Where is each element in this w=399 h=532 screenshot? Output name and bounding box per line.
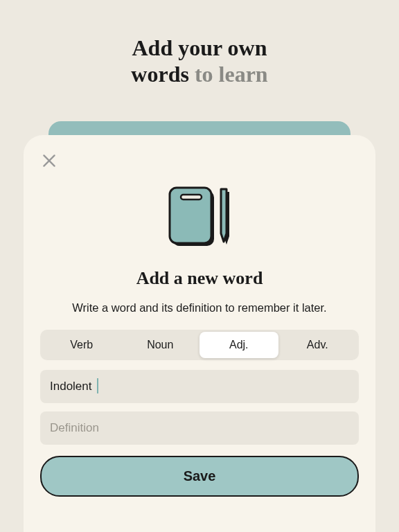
- part-of-speech-selector: Verb Noun Adj. Adv.: [40, 330, 359, 360]
- add-word-modal: Add a new word Write a word and its defi…: [24, 135, 375, 532]
- page-title: Add your own words to learn: [14, 35, 385, 88]
- title-line1: Add your own: [132, 35, 267, 60]
- word-input[interactable]: [40, 370, 359, 403]
- definition-input[interactable]: [40, 411, 359, 445]
- segment-verb[interactable]: Verb: [42, 332, 121, 358]
- segment-noun[interactable]: Noun: [121, 332, 200, 358]
- page-header: Add your own words to learn: [0, 0, 399, 88]
- notebook-pencil-icon: [40, 182, 359, 251]
- text-cursor: [97, 378, 98, 393]
- svg-rect-4: [181, 195, 202, 200]
- modal-title: Add a new word: [40, 268, 359, 289]
- segment-adv[interactable]: Adv.: [278, 332, 357, 358]
- modal-subtitle: Write a word and its definition to remem…: [40, 301, 359, 314]
- save-button[interactable]: Save: [40, 456, 359, 497]
- segment-adj[interactable]: Adj.: [200, 332, 278, 358]
- close-icon[interactable]: [40, 152, 58, 170]
- word-input-wrapper: [40, 370, 359, 403]
- title-line2-bold: words: [131, 62, 189, 87]
- title-line2-muted: to learn: [189, 62, 268, 87]
